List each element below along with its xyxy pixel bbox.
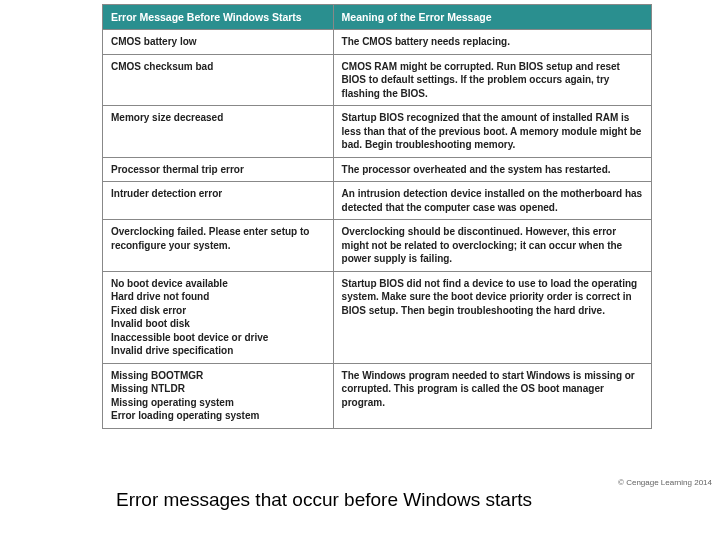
table-row: Processor thermal trip error The process… xyxy=(103,157,652,182)
error-cell: Overclocking failed. Please enter setup … xyxy=(103,220,334,272)
table-row: CMOS battery low The CMOS battery needs … xyxy=(103,30,652,55)
meaning-cell: Startup BIOS recognized that the amount … xyxy=(333,106,651,158)
meaning-cell: CMOS RAM might be corrupted. Run BIOS se… xyxy=(333,54,651,106)
error-cell: Memory size decreased xyxy=(103,106,334,158)
meaning-cell: The processor overheated and the system … xyxy=(333,157,651,182)
meaning-cell: The CMOS battery needs replacing. xyxy=(333,30,651,55)
table-row: Intruder detection error An intrusion de… xyxy=(103,182,652,220)
table-row: Memory size decreased Startup BIOS recog… xyxy=(103,106,652,158)
header-error: Error Message Before Windows Starts xyxy=(103,5,334,30)
header-meaning: Meaning of the Error Message xyxy=(333,5,651,30)
meaning-cell: Overclocking should be discontinued. How… xyxy=(333,220,651,272)
table-row: Missing BOOTMGR Missing NTLDR Missing op… xyxy=(103,363,652,428)
meaning-cell: Startup BIOS did not find a device to us… xyxy=(333,271,651,363)
error-messages-table: Error Message Before Windows Starts Mean… xyxy=(102,4,652,429)
table-row: CMOS checksum bad CMOS RAM might be corr… xyxy=(103,54,652,106)
error-cell: Intruder detection error xyxy=(103,182,334,220)
error-table-container: Error Message Before Windows Starts Mean… xyxy=(102,4,652,429)
error-cell: Processor thermal trip error xyxy=(103,157,334,182)
error-cell: CMOS checksum bad xyxy=(103,54,334,106)
error-cell: CMOS battery low xyxy=(103,30,334,55)
meaning-cell: An intrusion detection device installed … xyxy=(333,182,651,220)
table-header-row: Error Message Before Windows Starts Mean… xyxy=(103,5,652,30)
error-cell: No boot device available Hard drive not … xyxy=(103,271,334,363)
meaning-cell: The Windows program needed to start Wind… xyxy=(333,363,651,428)
figure-caption: Error messages that occur before Windows… xyxy=(116,488,556,512)
error-cell: Missing BOOTMGR Missing NTLDR Missing op… xyxy=(103,363,334,428)
copyright-text: © Cengage Learning 2014 xyxy=(618,478,712,487)
table-row: No boot device available Hard drive not … xyxy=(103,271,652,363)
table-row: Overclocking failed. Please enter setup … xyxy=(103,220,652,272)
